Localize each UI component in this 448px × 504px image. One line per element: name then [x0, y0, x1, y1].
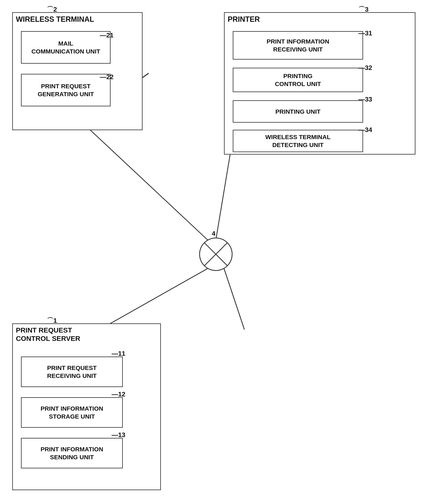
unit-34-box: WIRELESS TERMINALDETECTING UNIT — [233, 130, 363, 152]
ref-label-12: —12 — [112, 391, 125, 398]
unit-13-box: PRINT INFORMATIONSENDING UNIT — [21, 438, 123, 468]
unit-33-box: PRINTING UNIT — [233, 100, 363, 123]
unit-22-box: PRINT REQUESTGENERATING UNIT — [21, 74, 111, 106]
wireless-terminal-title: WIRELESS TERMINAL — [13, 13, 142, 26]
unit-31-label: PRINT INFORMATIONRECEIVING UNIT — [267, 37, 329, 53]
svg-line-0 — [78, 118, 208, 240]
ref-label-13: —13 — [112, 431, 125, 439]
wireless-terminal-box: WIRELESS TERMINAL MAILCOMMUNICATION UNIT… — [12, 12, 143, 130]
unit-31-box: PRINT INFORMATIONRECEIVING UNIT — [233, 31, 363, 60]
ref-label-33: —33 — [358, 96, 372, 103]
printer-title: PRINTER — [225, 13, 415, 26]
print-request-server-title: PRINT REQUESTCONTROL SERVER — [13, 324, 160, 345]
ref-label-2: ⌒2 — [47, 5, 57, 14]
print-request-server-box: PRINT REQUESTCONTROL SERVER PRINT REQUES… — [12, 324, 161, 490]
printer-box: PRINTER PRINT INFORMATIONRECEIVING UNIT … — [224, 12, 415, 155]
svg-point-4 — [199, 238, 232, 270]
unit-33-label: PRINTING UNIT — [275, 108, 321, 116]
diagram-container: 4 WIRELESS TERMINAL MAILCOMMUNICATION UN… — [0, 0, 448, 504]
unit-34-label: WIRELESS TERMINALDETECTING UNIT — [265, 133, 331, 149]
ref-label-11: —11 — [112, 350, 125, 357]
unit-32-box: PRINTINGCONTROL UNIT — [233, 68, 363, 92]
ref-label-34: —34 — [358, 126, 372, 134]
ref-label-3: ⌒3 — [358, 5, 369, 14]
svg-line-5 — [204, 243, 228, 266]
unit-12-box: PRINT INFORMATIONSTORAGE UNIT — [21, 397, 123, 428]
unit-13-label: PRINT INFORMATIONSENDING UNIT — [40, 445, 103, 461]
ref-label-32: —32 — [358, 64, 372, 72]
ref-label-1: ⌒1 — [47, 316, 57, 325]
ref-label-4: 4 — [212, 230, 215, 237]
svg-line-2 — [100, 269, 208, 329]
unit-22-label: PRINT REQUESTGENERATING UNIT — [38, 82, 94, 98]
ref-label-31: —31 — [358, 30, 372, 37]
ref-label-21: —21 — [100, 32, 114, 39]
unit-21-box: MAILCOMMUNICATION UNIT — [21, 31, 111, 64]
unit-32-label: PRINTINGCONTROL UNIT — [275, 72, 321, 88]
unit-21-label: MAILCOMMUNICATION UNIT — [31, 39, 100, 55]
unit-11-label: PRINT REQUESTRECEIVING UNIT — [47, 364, 97, 380]
svg-line-6 — [204, 243, 228, 266]
ref-label-22: —22 — [100, 73, 114, 81]
unit-11-box: PRINT REQUESTRECEIVING UNIT — [21, 357, 123, 387]
unit-12-label: PRINT INFORMATIONSTORAGE UNIT — [40, 405, 103, 420]
svg-line-3 — [224, 269, 244, 329]
